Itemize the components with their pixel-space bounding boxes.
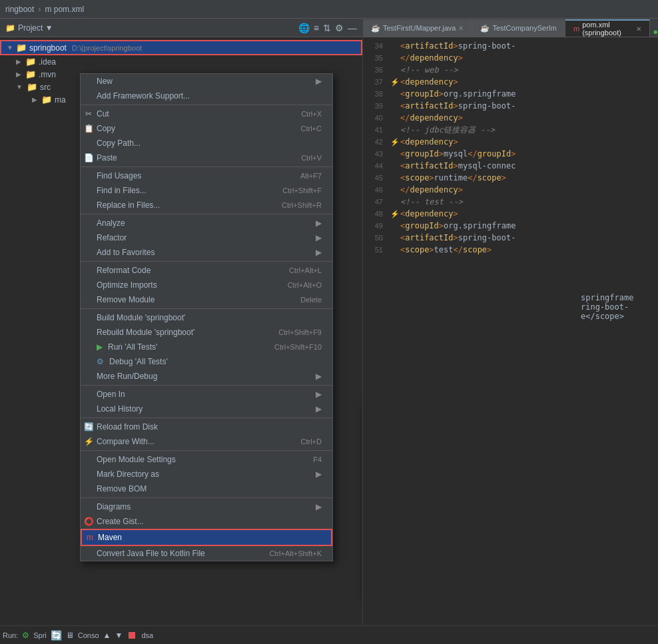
tab-extra-icon: ●: [653, 27, 658, 37]
code-line-50: 50 <artifactId>spring-boot-: [363, 232, 658, 244]
line-num-41: 41: [363, 126, 383, 134]
tab-pom-label: pom.xml (springboot): [582, 21, 633, 37]
run-app-icon: ⚙: [22, 631, 29, 640]
menu-item-run-tests[interactable]: ▶ Run 'All Tests' Ctrl+Shift+F10: [81, 340, 332, 354]
menu-item-maven[interactable]: m Maven: [81, 529, 332, 546]
menu-item-open-in[interactable]: Open In ▶: [81, 387, 332, 402]
tree-item-idea[interactable]: ▶ 📁 .idea: [0, 55, 362, 68]
separator7: [81, 418, 332, 418]
menu-item-paste[interactable]: 📄 Paste Ctrl+V: [81, 151, 332, 165]
menu-item-find-usages[interactable]: Find Usages Alt+F7: [81, 168, 332, 183]
tab-pomxml[interactable]: m pom.xml (springboot) ✕: [565, 19, 650, 37]
menu-item-debug-tests[interactable]: ⚙ Debug 'All Tests': [81, 354, 332, 369]
code-text-40: </dependency>: [400, 113, 463, 123]
tab-pom-close[interactable]: ✕: [636, 25, 641, 33]
submenu-arrow-diagrams: ▶: [316, 502, 322, 511]
code-text-46: </dependency>: [400, 185, 463, 194]
menu-item-local-history[interactable]: Local History ▶: [81, 402, 332, 416]
menu-item-replace-files[interactable]: Replace in Files... Ctrl+Shift+R: [81, 198, 332, 212]
code-line-48: 48 ⚡ <dependency>: [363, 208, 658, 220]
project-panel-header: 📁 Project ▼ 🌐 ≡ ⇅ ⚙ —: [0, 19, 362, 37]
globe-icon[interactable]: 🌐: [298, 23, 310, 33]
replace-files-shortcut: Ctrl+Shift+R: [268, 201, 322, 209]
optimize-imports-label: Optimize Imports: [97, 280, 157, 290]
menu-item-module-settings[interactable]: Open Module Settings F4: [81, 452, 332, 467]
idea-folder-icon: 📁: [25, 57, 36, 67]
menu-item-refactor[interactable]: Refactor ▶: [81, 230, 332, 245]
menu-item-build-module[interactable]: Build Module 'springboot': [81, 310, 332, 325]
menu-item-convert-kotlin[interactable]: Convert Java File to Kotlin File Ctrl+Al…: [81, 546, 332, 561]
menu-item-cut[interactable]: ✂ Cut Ctrl+X: [81, 107, 332, 121]
debug-tests-label: Debug 'All Tests': [109, 357, 168, 366]
code-text-35: </dependency>: [400, 53, 463, 63]
reformat-shortcut: Ctrl+Alt+L: [276, 266, 322, 274]
menu-item-create-gist[interactable]: ⭕ Create Gist...: [81, 514, 332, 529]
replace-files-label: Replace in Files...: [97, 200, 160, 210]
refactor-label: Refactor: [97, 233, 127, 242]
menu-item-copy-path[interactable]: Copy Path...: [81, 136, 332, 151]
menu-item-new[interactable]: New ▶: [81, 74, 332, 89]
menu-item-mark-dir[interactable]: Mark Directory as ▶: [81, 467, 332, 482]
title-bar: ringboot › m pom.xml: [0, 0, 658, 19]
compare-icon: ⚡: [83, 436, 94, 447]
menu-item-copy[interactable]: 📋 Copy Ctrl+C: [81, 121, 332, 136]
code-line-44: 44 <artifactId>mysql-connec: [363, 160, 658, 172]
list-icon[interactable]: ≡: [314, 23, 319, 33]
reformat-label: Reformat Code: [97, 266, 151, 275]
down-arrow-btn[interactable]: ▼: [115, 631, 123, 640]
module-settings-shortcut: F4: [300, 456, 322, 464]
reload-run-icon[interactable]: 🔄: [51, 630, 62, 641]
ma-label: ma: [55, 95, 66, 105]
submenu-arrow-analyze: ▶: [316, 218, 322, 228]
line-num-45: 45: [363, 174, 383, 182]
gutter-icon-42: ⚡: [390, 138, 400, 147]
paste-label: Paste: [97, 153, 117, 162]
menu-item-add-favorites[interactable]: Add to Favorites ▶: [81, 245, 332, 260]
tab-testfirstumapper[interactable]: ☕ TestFirstUMapper.java ✕: [363, 19, 472, 37]
left-panel: 📁 Project ▼ 🌐 ≡ ⇅ ⚙ — ▼ 📁 springboot D:\…: [0, 19, 363, 625]
menu-item-remove-bom[interactable]: Remove BOM: [81, 482, 332, 496]
springboot-path: D:\(project\springboot: [72, 44, 142, 52]
debug-icon: ⚙: [97, 357, 104, 366]
tab-pom-icon: m: [573, 25, 579, 33]
line-num-42: 42: [363, 138, 383, 146]
line-num-39: 39: [363, 102, 383, 110]
up-arrow-btn[interactable]: ▲: [103, 631, 111, 640]
code-line-35: 35 </dependency>: [363, 52, 658, 64]
code-text-43: <groupId>mysql</groupId>: [400, 149, 515, 159]
reload-disk-label: Reload from Disk: [97, 422, 158, 432]
submenu-arrow-mark: ▶: [316, 470, 322, 479]
menu-item-analyze[interactable]: Analyze ▶: [81, 216, 332, 230]
menu-item-reload-disk[interactable]: 🔄 Reload from Disk: [81, 420, 332, 434]
menu-item-optimize-imports[interactable]: Optimize Imports Ctrl+Alt+O: [81, 278, 332, 292]
minimize-icon[interactable]: —: [348, 23, 357, 33]
tree-item-springboot[interactable]: ▼ 📁 springboot D:\(project\springboot: [0, 40, 362, 55]
mvn-folder-icon: 📁: [25, 69, 36, 79]
console-icon[interactable]: 🖥: [66, 631, 74, 640]
breadcrumb-part1: ringboot: [5, 5, 34, 14]
code-line-47: 47 <!-- test -->: [363, 196, 658, 208]
menu-item-remove-module[interactable]: Remove Module Delete: [81, 292, 332, 307]
menu-item-rebuild-module[interactable]: Rebuild Module 'springboot' Ctrl+Shift+F…: [81, 325, 332, 340]
code-text-38: <groupId>org.springframe: [400, 89, 515, 99]
menu-item-more-run[interactable]: More Run/Debug ▶: [81, 369, 332, 384]
separator5: [81, 308, 332, 309]
code-text-42: <dependency>: [400, 137, 458, 147]
sort-icon[interactable]: ⇅: [323, 23, 331, 33]
menu-item-diagrams[interactable]: Diagrams ▶: [81, 499, 332, 514]
tab-testfirstumapper-close[interactable]: ✕: [458, 25, 464, 32]
gutter-48: ⚡: [390, 210, 400, 218]
menu-item-reformat[interactable]: Reformat Code Ctrl+Alt+L: [81, 263, 332, 278]
module-settings-label: Open Module Settings: [97, 455, 176, 464]
rebuild-shortcut: Ctrl+Shift+F9: [265, 328, 322, 336]
settings-icon[interactable]: ⚙: [335, 23, 344, 33]
line-num-46: 46: [363, 186, 383, 194]
menu-item-compare-with[interactable]: ⚡ Compare With... Ctrl+D: [81, 434, 332, 449]
run-icon: ▶: [97, 342, 103, 352]
breadcrumb-sep1: ›: [38, 5, 41, 14]
separator2: [81, 166, 332, 167]
menu-item-add-framework[interactable]: Add Framework Support...: [81, 89, 332, 103]
stop-btn[interactable]: ⏹: [127, 629, 137, 641]
tab-testcompanyserlm[interactable]: ☕ TestCompanySerIm: [472, 19, 565, 37]
menu-item-find-files[interactable]: Find in Files... Ctrl+Shift+F: [81, 183, 332, 198]
